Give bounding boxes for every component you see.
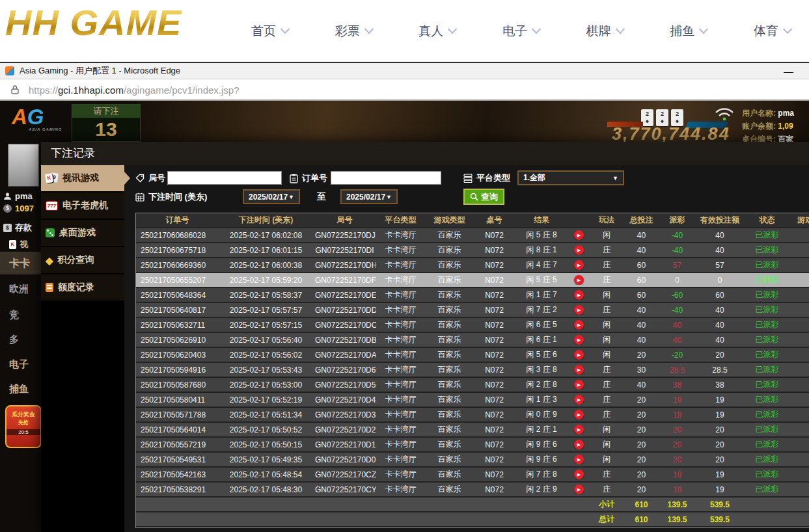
round-id-cell: GN072252170DJ bbox=[313, 231, 376, 240]
nav-item-slots[interactable]: 电子 bbox=[502, 23, 540, 40]
replay-play-button[interactable]: ▶ bbox=[574, 470, 584, 479]
table-row[interactable]: 2502170505949162025-02-17 05:53:43GN0722… bbox=[136, 363, 809, 378]
card-suit: ♠ bbox=[646, 118, 649, 124]
round-id-cell: GN072252170DH bbox=[313, 261, 376, 270]
table-row[interactable]: 2502170606757182025-02-17 06:01:15GN0722… bbox=[136, 243, 809, 258]
promo-badge[interactable]: 瓜分奖金 先抢 20:5 bbox=[5, 405, 42, 448]
replay-play-button[interactable]: ▶ bbox=[574, 380, 584, 390]
table-row[interactable]: 2502170606860282025-02-17 06:02:08GN0722… bbox=[136, 228, 809, 243]
table-row[interactable]: 2502170505572192025-02-17 05:50:15GN0722… bbox=[136, 438, 809, 453]
replay-play-button[interactable]: ▶ bbox=[574, 230, 584, 240]
valid-bet-cell: 20 bbox=[695, 455, 745, 464]
payout-cell: 0 bbox=[659, 276, 695, 285]
order-input[interactable] bbox=[331, 171, 441, 185]
table-row[interactable]: 2502170505804112025-02-17 05:52:19GN0722… bbox=[136, 393, 809, 408]
replay-play-button[interactable]: ▶ bbox=[574, 260, 584, 270]
result-cell: 闲 6 庄 5 bbox=[515, 319, 568, 330]
round-id-cell: GN072252170D1 bbox=[313, 440, 376, 449]
replay-play-button[interactable]: ▶ bbox=[574, 305, 584, 315]
table-row[interactable]: 2502170506408172025-02-17 05:57:57GN0722… bbox=[136, 303, 809, 318]
chevron-down-icon bbox=[699, 25, 708, 34]
table-row[interactable]: 2502170505495312025-02-17 05:49:35GN0722… bbox=[136, 453, 809, 468]
sidebar-item-credit-records[interactable]: 额度记录 bbox=[41, 274, 124, 302]
nav-label: 电子 bbox=[502, 23, 527, 40]
replay-play-button[interactable]: ▶ bbox=[574, 455, 584, 464]
replay-play-button[interactable]: ▶ bbox=[574, 485, 584, 494]
result-cell: 闲 6 庄 1 bbox=[515, 334, 568, 345]
nav-label: 真人 bbox=[418, 23, 443, 40]
table-row[interactable]: 2502170606693602025-02-17 06:00:38GN0722… bbox=[136, 258, 809, 273]
date-from-select[interactable]: 2025/02/17 ▼ bbox=[243, 189, 300, 204]
table-row[interactable]: 2502170505382912025-02-17 05:48:30GN0722… bbox=[136, 483, 809, 498]
modal-body: 9K 视讯游戏 777 电子老虎机 桌面游戏 ◆ 积分查询 bbox=[41, 165, 809, 532]
replay-play-button[interactable]: ▶ bbox=[574, 440, 584, 449]
deposit-button[interactable]: $ 存款 bbox=[3, 222, 32, 233]
game-type-cell: 百家乐 bbox=[425, 289, 474, 300]
replay-play-button[interactable]: ▶ bbox=[574, 350, 584, 360]
table-row[interactable]: 2502170506269102025-02-17 05:56:40GN0722… bbox=[136, 333, 809, 348]
replay-play-button[interactable]: ▶ bbox=[574, 245, 584, 255]
table-row[interactable]: 2502170506483642025-02-17 05:58:37GN0722… bbox=[136, 288, 809, 303]
column-header: 派彩 bbox=[659, 215, 695, 226]
replay-play-button[interactable]: ▶ bbox=[574, 425, 584, 434]
nav-item-live[interactable]: 真人 bbox=[418, 23, 456, 40]
replay-play-button[interactable]: ▶ bbox=[574, 335, 584, 345]
hhgame-logo: HH GAME bbox=[5, 1, 182, 44]
order-id-cell: 250217050632711 bbox=[136, 321, 219, 330]
promo-subtitle: 先抢 bbox=[7, 419, 40, 426]
replay-play-button[interactable]: ▶ bbox=[574, 410, 584, 419]
nav-item-home[interactable]: 首页 bbox=[251, 23, 288, 40]
table-no-cell: N072 bbox=[474, 425, 515, 434]
bet-time-cell: 2025-02-17 05:56:40 bbox=[219, 336, 313, 345]
date-to-select[interactable]: 2025/02/17 ▼ bbox=[340, 189, 398, 204]
sidebar-item-points-query[interactable]: ◆ 积分查询 bbox=[41, 247, 124, 274]
nav-item-sports[interactable]: 体育 bbox=[754, 23, 791, 40]
video-menu-item[interactable]: K 视 bbox=[9, 239, 28, 250]
table-row[interactable]: 2502170506204032025-02-17 05:56:02GN0722… bbox=[136, 348, 809, 363]
table-no-cell: N072 bbox=[474, 291, 515, 300]
valid-bet-cell: 20 bbox=[695, 440, 745, 449]
table-row[interactable]: 2502170505421632025-02-17 05:48:54GN0722… bbox=[136, 468, 809, 483]
card-suit: ♠ bbox=[676, 118, 679, 124]
minimize-button[interactable]: — bbox=[784, 66, 793, 77]
replay-play-button[interactable]: ▶ bbox=[574, 290, 584, 300]
replay-play-button[interactable]: ▶ bbox=[574, 275, 584, 285]
platform-cell: 卡卡湾厅 bbox=[376, 424, 425, 435]
order-id-cell: 250217050626910 bbox=[136, 336, 219, 345]
replay-play-button[interactable]: ▶ bbox=[574, 395, 584, 405]
game-type-cell: 百家乐 bbox=[425, 484, 474, 495]
platform-filter-label: 平台类型 bbox=[463, 171, 510, 185]
round-id-cell: GN072252170D3 bbox=[313, 410, 376, 419]
round-input[interactable] bbox=[167, 171, 282, 185]
search-button[interactable]: 查询 bbox=[463, 189, 504, 205]
bet-time-cell: 2025-02-17 06:02:08 bbox=[219, 231, 313, 240]
sidebar-item-table-games[interactable]: 桌面游戏 bbox=[41, 220, 124, 247]
status-cell: 已派彩 bbox=[745, 259, 789, 271]
result-cell: 闲 7 庄 8 bbox=[515, 469, 568, 480]
total-bet-cell: 30 bbox=[624, 366, 659, 375]
table-row[interactable]: 2502170505717882025-02-17 05:51:34GN0722… bbox=[136, 408, 809, 423]
column-header: 状态 bbox=[745, 215, 789, 226]
sidebar-item-video-games[interactable]: 9K 视讯游戏 bbox=[41, 165, 124, 193]
modal-content: 局号 订单号 平台类型 1.全部 ▼ bbox=[124, 165, 809, 532]
bet-time-cell: 2025-02-17 05:50:15 bbox=[219, 440, 313, 449]
table-row[interactable]: 2502170505640142025-02-17 05:50:52GN0722… bbox=[136, 423, 809, 438]
valid-bet-cell: 40 bbox=[695, 231, 745, 240]
table-row[interactable]: 2502170505876802025-02-17 05:53:00GN0722… bbox=[136, 378, 809, 393]
replay-play-button[interactable]: ▶ bbox=[574, 320, 584, 330]
table-header-row: 订单号下注时间 (美东)局号平台类型游戏类型桌号结果玩法总投注派彩有效投注额状态… bbox=[136, 213, 809, 228]
dice-icon bbox=[46, 228, 55, 237]
table-row[interactable]: 2502170506552072025-02-17 05:59:20GN0722… bbox=[136, 273, 809, 288]
status-cell: 已派彩 bbox=[745, 319, 789, 330]
dropdown-arrow-icon: ▼ bbox=[288, 194, 294, 200]
address-bar[interactable]: https://gci.1hhapi.com/agingame/pcv1/ind… bbox=[0, 80, 809, 101]
sidebar-item-slot-machines[interactable]: 777 电子老虎机 bbox=[41, 193, 124, 220]
platform-select[interactable]: 1.全部 ▼ bbox=[517, 170, 624, 185]
status-cell: 已派彩 bbox=[745, 424, 789, 435]
nav-item-fishing[interactable]: 捕鱼 bbox=[670, 23, 707, 40]
replay-play-button[interactable]: ▶ bbox=[574, 365, 584, 375]
table-cell: ▶ bbox=[568, 440, 590, 449]
table-row[interactable]: 2502170506327112025-02-17 05:57:15GN0722… bbox=[136, 318, 809, 333]
nav-item-lottery[interactable]: 彩票 bbox=[335, 23, 372, 40]
nav-item-board[interactable]: 棋牌 bbox=[586, 23, 624, 40]
